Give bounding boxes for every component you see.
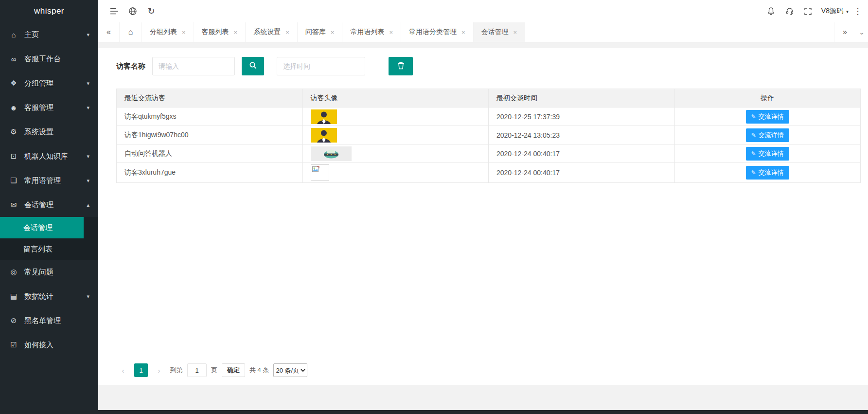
home-icon: ⌂ — [9, 31, 18, 39]
chat-detail-label: 交流详情 — [759, 131, 784, 140]
tab-label: 客服列表 — [202, 28, 229, 36]
sidebar-item-label: 常见问题 — [24, 268, 53, 277]
search-button[interactable] — [242, 57, 264, 75]
chat-detail-label: 交流详情 — [759, 112, 784, 121]
group-icon: ❖ — [9, 79, 18, 88]
sidebar-item-session-management[interactable]: ✉ 会话管理 ▴ — [0, 193, 98, 217]
collapse-menu-icon[interactable] — [105, 0, 124, 22]
language-globe-icon[interactable] — [124, 0, 142, 22]
tab-agent-list[interactable]: 客服列表 × — [194, 22, 246, 42]
tab-phrase-list[interactable]: 常用语列表 × — [342, 22, 401, 42]
next-page-button[interactable]: › — [152, 363, 166, 377]
sidebar-item-statistics[interactable]: ▤ 数据统计 ▾ — [0, 284, 98, 308]
visitor-name-label: 访客名称 — [116, 62, 145, 71]
close-icon[interactable]: × — [389, 29, 393, 36]
tabs-scroll-left-button[interactable]: « — [98, 22, 120, 42]
chevron-down-icon: ▾ — [87, 153, 89, 160]
tab-phrase-category-management[interactable]: 常用语分类管理 × — [401, 22, 474, 42]
chat-detail-label: 交流详情 — [759, 149, 784, 158]
column-header-first-chat-time: 最初交谈时间 — [489, 89, 675, 108]
sidebar-item-label: 会话管理 — [24, 200, 53, 210]
visitor-name-input[interactable] — [152, 57, 235, 75]
question-icon: ◎ — [9, 268, 18, 276]
tab-operations-caret-icon[interactable]: ⌄ — [855, 22, 868, 42]
sidebar-item-phrase-management[interactable]: ❏ 常用语管理 ▾ — [0, 168, 98, 193]
sidebar-item-how-to-access[interactable]: ☑ 如何接入 — [0, 333, 98, 357]
sidebar-item-group-management[interactable]: ❖ 分组管理 ▾ — [0, 71, 98, 95]
column-header-avatar: 访客头像 — [302, 89, 489, 108]
chat-detail-button[interactable]: ✎ 交流详情 — [746, 147, 789, 161]
tab-qa-library[interactable]: 问答库 × — [298, 22, 343, 42]
sidebar-item-agent-management[interactable]: ☻ 客服管理 ▾ — [0, 95, 98, 120]
sidebar-item-workbench[interactable]: ∞ 客服工作台 — [0, 47, 98, 71]
tabs-scroll-right-button[interactable]: » — [834, 22, 855, 42]
customer-support-headset-icon[interactable] — [780, 0, 799, 22]
total-count-label: 共 4 条 — [249, 366, 269, 375]
more-options-icon[interactable]: ⋮ — [852, 0, 863, 22]
chevron-down-icon: ▾ — [87, 178, 89, 184]
tab-group-list[interactable]: 分组列表 × — [142, 22, 194, 42]
tab-home[interactable]: ⌂ — [120, 22, 142, 42]
sidebar-subitem-session-management[interactable]: 会话管理 — [0, 217, 84, 238]
first-chat-time-cell: 2020-12-24 00:40:17 — [489, 144, 675, 163]
chat-detail-button[interactable]: ✎ 交流详情 — [746, 166, 789, 180]
prev-page-button[interactable]: ‹ — [116, 363, 130, 377]
top-bar: ↻ V8源码 ▾ ⋮ — [98, 0, 868, 22]
pencil-icon: ✎ — [751, 169, 756, 176]
sidebar-item-faq[interactable]: ◎ 常见问题 — [0, 260, 98, 284]
per-page-select[interactable]: 20 条/页 — [273, 363, 307, 377]
pencil-icon: ✎ — [751, 150, 756, 157]
chevron-down-icon: ▾ — [87, 80, 89, 87]
goto-page-label: 到第 — [170, 366, 183, 375]
sidebar-item-robot-knowledge[interactable]: ⊡ 机器人知识库 ▾ — [0, 144, 98, 168]
pagination: ‹ 1 › 到第 页 确定 共 4 条 20 条/页 — [116, 363, 307, 377]
chevron-down-icon: ▾ — [87, 32, 89, 38]
trash-icon — [397, 62, 405, 71]
actions-cell: ✎ 交流详情 — [674, 126, 861, 144]
fullscreen-icon[interactable] — [799, 0, 817, 22]
sidebar-item-label: 机器人知识库 — [24, 152, 68, 161]
close-icon[interactable]: × — [285, 29, 289, 36]
chevron-down-icon: ▾ — [87, 105, 89, 111]
goto-page-input[interactable] — [187, 363, 207, 377]
current-page-button[interactable]: 1 — [134, 363, 148, 377]
tab-session-management[interactable]: 会话管理 × — [474, 22, 526, 42]
confirm-page-button[interactable]: 确定 — [222, 363, 245, 377]
tab-system-settings[interactable]: 系统设置 × — [246, 22, 298, 42]
table-row: 自动问答机器人 2020-12-24 00:40:17 ✎ 交流详情 — [117, 144, 861, 163]
chat-detail-button[interactable]: ✎ 交流详情 — [746, 110, 789, 124]
tab-label: 系统设置 — [253, 28, 281, 36]
actions-cell: ✎ 交流详情 — [674, 163, 861, 183]
close-icon[interactable]: × — [182, 29, 186, 36]
close-icon[interactable]: × — [461, 29, 465, 36]
sidebar-item-system-settings[interactable]: ⚙ 系统设置 — [0, 120, 98, 144]
close-icon[interactable]: × — [234, 29, 238, 36]
table-row: 访客1higwi9w07hc00 2020-12-24 13:05:23 ✎ 交… — [117, 126, 861, 144]
notification-bell-icon[interactable] — [762, 0, 780, 22]
sidebar-item-label: 客服管理 — [24, 103, 53, 112]
sidebar-subitem-message-list[interactable]: 留言列表 — [0, 238, 98, 260]
sidebar-item-home[interactable]: ⌂ 主页 ▾ — [0, 22, 98, 47]
close-icon[interactable]: × — [514, 29, 517, 36]
clear-button[interactable] — [389, 57, 413, 75]
sidebar-item-label: 黑名单管理 — [24, 316, 61, 325]
visitor-name-cell: 访客qtukmyf5gxs — [117, 108, 303, 126]
first-chat-time-cell: 2020-12-24 13:05:23 — [489, 126, 675, 144]
chevron-down-icon: ▾ — [87, 293, 89, 300]
chat-detail-button[interactable]: ✎ 交流详情 — [746, 128, 789, 142]
search-form: 访客名称 — [98, 48, 868, 75]
time-range-input[interactable] — [277, 57, 365, 75]
person-avatar — [311, 128, 337, 143]
sidebar-item-blacklist[interactable]: ⊘ 黑名单管理 — [0, 308, 98, 333]
close-icon[interactable]: × — [331, 29, 335, 36]
sessions-table: 最近交流访客 访客头像 最初交谈时间 操作 访客qtukmyf5gxs 2020… — [116, 89, 861, 183]
tab-label: 分组列表 — [150, 28, 177, 36]
refresh-icon[interactable]: ↻ — [142, 0, 160, 22]
actions-cell: ✎ 交流详情 — [674, 108, 861, 126]
first-chat-time-cell: 2020-12-25 17:37:39 — [489, 108, 675, 126]
tabbar-spacer — [525, 22, 834, 42]
source-version-dropdown[interactable]: V8源码 ▾ — [821, 7, 849, 16]
broken-image-avatar — [311, 164, 329, 181]
tab-label: 会话管理 — [481, 28, 509, 36]
column-header-actions: 操作 — [674, 89, 861, 108]
